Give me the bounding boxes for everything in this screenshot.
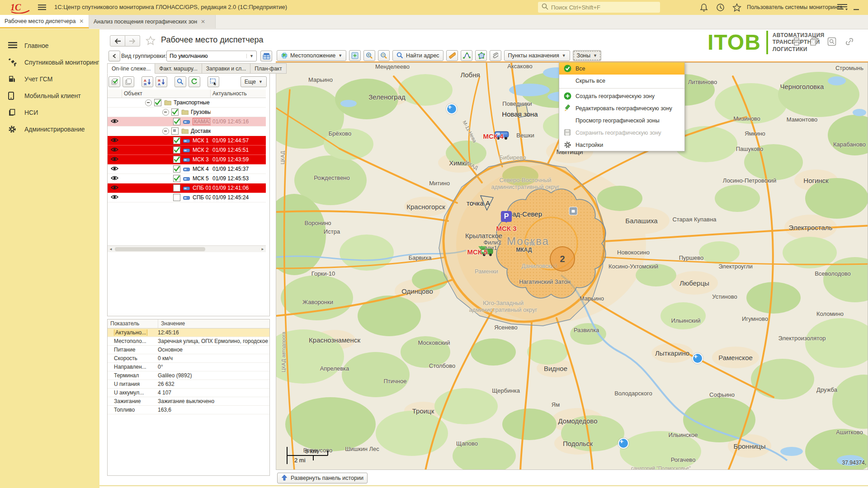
- object-cell[interactable]: Транспортные средст...: [122, 99, 211, 106]
- tree-object-row[interactable]: МСК 201/09 12:45:51: [108, 145, 266, 155]
- indicator-row[interactable]: Скорость0 км/ч: [108, 354, 269, 363]
- sort-desc-button[interactable]: ЯА: [156, 76, 167, 87]
- list-settings-button[interactable]: [260, 51, 272, 61]
- object-checkbox[interactable]: [173, 156, 180, 163]
- eye-icon[interactable]: [111, 118, 118, 125]
- indicator-row[interactable]: Актуально...12:45:16: [108, 328, 269, 337]
- uncheck-all-button[interactable]: [123, 76, 134, 87]
- collapse-node-icon[interactable]: [145, 99, 152, 106]
- find-icon[interactable]: [827, 37, 837, 47]
- horizontal-scrollbar[interactable]: ◄ ►: [108, 245, 266, 252]
- expand-history-button[interactable]: Развернуть панель истории: [277, 473, 368, 483]
- tree-group-row[interactable]: Грузовые до 3т: [108, 108, 266, 117]
- nav-back-button[interactable]: [110, 35, 125, 47]
- cluster-marker[interactable]: 2: [550, 246, 575, 272]
- zones-menu-item-7[interactable]: Настройки: [559, 139, 684, 151]
- ruler-button[interactable]: [446, 50, 458, 61]
- tree-object-row[interactable]: КАМАЗ01/09 12:45:16: [108, 117, 266, 127]
- scroll-right-arrow[interactable]: ►: [259, 246, 266, 252]
- eye-icon[interactable]: [111, 194, 118, 201]
- tree-object-row[interactable]: СПБ 0201/09 12:45:24: [108, 193, 266, 202]
- eye-icon[interactable]: [111, 147, 118, 154]
- object-checkbox[interactable]: [173, 137, 180, 144]
- object-cell[interactable]: СПБ 01: [122, 184, 211, 192]
- sidebar-item-books[interactable]: НСИ: [0, 104, 99, 121]
- eye-icon[interactable]: [111, 175, 118, 182]
- object-checkbox[interactable]: [173, 146, 180, 154]
- object-cell[interactable]: Грузовые до 3т: [122, 108, 211, 116]
- visibility-cell[interactable]: [108, 147, 122, 154]
- eye-icon[interactable]: [111, 166, 118, 173]
- scrollbar-thumb[interactable]: [115, 247, 205, 251]
- favorite-page-star-icon[interactable]: [146, 36, 156, 46]
- panel-tab-3[interactable]: Заправки и сл...: [202, 63, 250, 74]
- close-tab-icon[interactable]: ✕: [201, 19, 205, 25]
- route-button[interactable]: [461, 50, 472, 61]
- zones-menu-item-2[interactable]: Скрыть все: [559, 75, 684, 87]
- object-cell[interactable]: МСК 2: [122, 146, 211, 154]
- object-checkbox[interactable]: [173, 175, 180, 182]
- attach-button[interactable]: [490, 50, 501, 61]
- tree-object-row[interactable]: МСК 301/09 12:43:59: [108, 155, 266, 164]
- panel-tab-4[interactable]: План-факт: [250, 63, 286, 74]
- close-tab-icon[interactable]: ✕: [79, 18, 84, 24]
- search-list-button[interactable]: [175, 76, 186, 87]
- visibility-cell[interactable]: [108, 166, 122, 173]
- fit-extent-button[interactable]: [349, 50, 361, 61]
- indicator-row[interactable]: U питания26 632: [108, 380, 269, 389]
- group-checkbox[interactable]: [171, 127, 179, 135]
- zoom-out-button[interactable]: [378, 50, 390, 61]
- group-checkbox[interactable]: [171, 108, 179, 116]
- indicator-row[interactable]: U аккумул...4 107: [108, 389, 269, 397]
- visibility-cell[interactable]: [108, 118, 122, 125]
- tree-group-row[interactable]: Транспортные средст...: [108, 98, 266, 108]
- object-checkbox[interactable]: [173, 165, 180, 173]
- tree-group-row[interactable]: Доставка: [108, 127, 266, 136]
- nav-forward-button[interactable]: [125, 35, 140, 47]
- notifications-bell-icon[interactable]: [700, 3, 709, 12]
- indicator-row[interactable]: ПитаниеОсновное: [108, 346, 269, 354]
- zoom-in-button[interactable]: [363, 50, 375, 61]
- global-search-input[interactable]: Поиск Ctrl+Shift+F: [538, 2, 660, 13]
- zones-menu-item-3[interactable]: Создать географическую зону: [559, 90, 684, 102]
- history-clock-icon[interactable]: [716, 3, 725, 12]
- indicator-row[interactable]: ЗажиганиеЗажигание выключено: [108, 397, 269, 406]
- visibility-cell[interactable]: [108, 194, 122, 201]
- sidebar-item-mobile[interactable]: Мобильный клиент: [0, 87, 99, 104]
- indicator-row[interactable]: Местополо...Заречная улица, ОПХ Ермолино…: [108, 337, 269, 346]
- object-checkbox[interactable]: [173, 118, 180, 125]
- eye-icon[interactable]: [111, 156, 118, 163]
- object-cell[interactable]: МСК 4: [122, 165, 211, 173]
- find-address-button[interactable]: Найти адрес: [392, 50, 443, 61]
- visibility-cell[interactable]: [108, 185, 122, 192]
- more-button[interactable]: Еще▼: [241, 76, 267, 87]
- group-checkbox[interactable]: [154, 99, 161, 106]
- sidebar-item-gear[interactable]: Администрирование: [0, 121, 99, 137]
- link-icon[interactable]: [844, 37, 854, 47]
- object-cell[interactable]: МСК 5: [122, 175, 211, 182]
- window-tab-2[interactable]: Анализ посещения географических зон✕: [89, 15, 216, 28]
- sidebar-item-satellite[interactable]: Спутниковый мониторинг: [0, 54, 99, 70]
- indicator-row[interactable]: Топливо163,6: [108, 406, 269, 414]
- grouping-select[interactable]: По умолчанию ▼: [166, 51, 257, 61]
- minimize-icon[interactable]: [854, 5, 863, 14]
- scroll-left-arrow[interactable]: ◄: [108, 246, 114, 252]
- object-cell[interactable]: МСК 1: [122, 137, 211, 144]
- tree-object-row[interactable]: МСК 101/09 12:44:57: [108, 136, 266, 145]
- object-cell[interactable]: Доставка: [122, 127, 211, 135]
- marquee-select-button[interactable]: [208, 76, 219, 87]
- window-tab-1[interactable]: Рабочее место диспетчера✕: [0, 15, 89, 28]
- collapse-node-icon[interactable]: [162, 109, 169, 116]
- location-button[interactable]: Местоположение▼: [277, 50, 346, 61]
- object-cell[interactable]: МСК 3: [122, 156, 211, 163]
- zones-menu-item-5[interactable]: Просмотр географической зоны: [559, 114, 684, 127]
- service-menu-icon[interactable]: [837, 3, 846, 12]
- indicator-row[interactable]: ТерминалGalileo (9892): [108, 371, 269, 380]
- copy-icon[interactable]: [809, 37, 819, 47]
- object-cell[interactable]: СПБ 02: [122, 194, 211, 201]
- destinations-button[interactable]: Пункты назначения▼: [504, 50, 570, 61]
- object-cell[interactable]: КАМАЗ: [122, 118, 211, 125]
- sidebar-item-fuel[interactable]: Учет ГСМ: [0, 70, 99, 87]
- object-checkbox[interactable]: [173, 184, 180, 192]
- visibility-cell[interactable]: [108, 156, 122, 163]
